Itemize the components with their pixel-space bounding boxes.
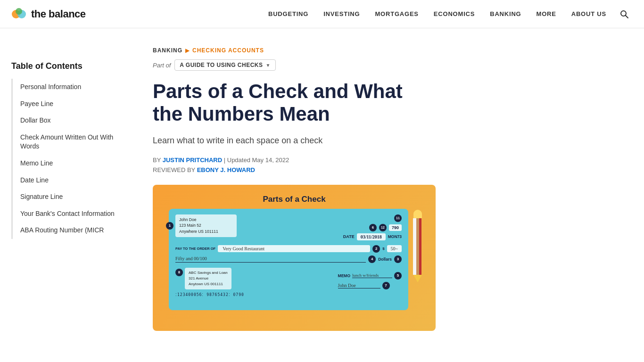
- nav-budgeting[interactable]: BUDGETING: [263, 7, 314, 21]
- reviewed-by: REVIEWED BY EBONY J. HOWARD: [153, 166, 464, 173]
- check-address-city: Anywhere US 101111: [179, 229, 233, 235]
- check-num-6: 6: [369, 224, 377, 231]
- site-name: the balance: [31, 8, 86, 20]
- svg-line-4: [626, 15, 628, 18]
- nav-economics[interactable]: ECONOMICS: [428, 7, 480, 21]
- nav-more[interactable]: MORE: [531, 7, 562, 21]
- pencil-decoration: [413, 210, 422, 292]
- reviewer-link[interactable]: EBONY J. HOWARD: [197, 166, 255, 173]
- nav-mortgages[interactable]: MORTGAGES: [369, 7, 424, 21]
- check-routing-row: ⁚123400056⁚ 98765432⁚ 0790: [175, 293, 402, 297]
- toc-link-bank-contact[interactable]: Your Bank's Contact Information: [20, 209, 119, 219]
- site-logo[interactable]: the balance: [11, 7, 86, 22]
- toc-item-date[interactable]: Date Line: [13, 172, 119, 189]
- check-num-2: 2: [372, 245, 380, 253]
- main-nav: BUDGETING INVESTING MORTGAGES ECONOMICS …: [263, 6, 633, 23]
- check-num-1: 1: [166, 222, 173, 230]
- check-num-7: 7: [382, 282, 390, 289]
- check-num-12: 12: [379, 224, 387, 231]
- check-num-8: 8: [175, 269, 183, 276]
- check-address-box: John Doe 123 Main 52 Anywhere US 101111: [175, 214, 237, 237]
- nav-about-us[interactable]: ABOUT US: [566, 7, 612, 21]
- reviewed-by-label: REVIEWED BY: [153, 166, 195, 173]
- check-num-5: 5: [394, 272, 402, 280]
- breadcrumb-checking[interactable]: CHECKING ACCOUNTS: [192, 47, 264, 54]
- article-title: Parts of a Check and What the Numbers Me…: [153, 80, 436, 126]
- svg-point-2: [16, 8, 22, 15]
- toc-item-amount-words[interactable]: Check Amount Written Out With Words: [13, 129, 119, 155]
- part-of-row: Part of A GUIDE TO USING CHECKS ▼: [153, 59, 464, 71]
- nav-banking[interactable]: BANKING: [484, 7, 527, 21]
- toc-link-personal[interactable]: Personal Information: [20, 82, 119, 92]
- toc-list: Personal Information Payee Line Dollar B…: [11, 79, 119, 239]
- author-link[interactable]: JUSTIN PRITCHARD: [163, 156, 222, 164]
- byline: BY JUSTIN PRITCHARD | Updated May 14, 20…: [153, 156, 464, 164]
- check-sub-number: MON73: [388, 234, 402, 239]
- updated-separator: |: [224, 156, 227, 164]
- check-bank-info: ABC Savings and Loan 321 Avenue Anytown …: [185, 268, 231, 289]
- check-date-value: 03/11/2018: [357, 233, 386, 240]
- toc-link-dollar[interactable]: Dollar Box: [20, 116, 119, 125]
- chevron-down-icon: ▼: [265, 63, 270, 68]
- article-subtitle: Learn what to write in each space on a c…: [153, 134, 464, 147]
- site-header: the balance BUDGETING INVESTING MORTGAGE…: [0, 0, 644, 28]
- toc-link-memo[interactable]: Memo Line: [20, 159, 119, 168]
- part-of-label: Part of: [153, 62, 171, 69]
- toc-item-aba[interactable]: ABA Routing Number (MICR: [13, 222, 119, 239]
- check-bank-city: Anytown US 001111: [189, 281, 228, 287]
- nav-investing[interactable]: INVESTING: [318, 7, 365, 21]
- search-button[interactable]: [616, 6, 633, 23]
- check-num-3: 3: [394, 255, 402, 263]
- check-dollar-sym: $: [382, 247, 384, 251]
- breadcrumb-banking[interactable]: BANKING: [153, 47, 182, 54]
- check-words-value: Fifty and 00/100: [175, 256, 366, 263]
- check-num-11: 11: [394, 214, 402, 222]
- toc-item-memo[interactable]: Memo Line: [13, 155, 119, 172]
- check-body: 1 John Doe 123 Main 52 Anywhere US 10111…: [169, 209, 408, 310]
- toc-item-signature[interactable]: Signature Line: [13, 189, 119, 206]
- part-of-guide-button[interactable]: A GUIDE TO USING CHECKS ▼: [174, 59, 276, 71]
- logo-icon: [11, 7, 26, 22]
- check-dollar-amount: 50~: [387, 245, 402, 252]
- toc-item-payee[interactable]: Payee Line: [13, 96, 119, 113]
- check-address-name: John Doe: [179, 217, 233, 223]
- toc-item-bank-contact[interactable]: Your Bank's Contact Information: [13, 206, 119, 222]
- toc-link-amount-words[interactable]: Check Amount Written Out With Words: [20, 133, 119, 151]
- check-payto-label: PAY TO THE ORDER OF: [175, 247, 215, 251]
- page-container: Table of Contents Personal Information P…: [0, 28, 644, 331]
- toc-link-signature[interactable]: Signature Line: [20, 192, 119, 202]
- toc-item-dollar[interactable]: Dollar Box: [13, 112, 119, 129]
- article-main: BANKING ▶ CHECKING ACCOUNTS Part of A GU…: [134, 47, 464, 331]
- check-payto-value: Very Good Restaurant: [218, 245, 370, 252]
- check-sig-value: John Doe: [338, 283, 380, 288]
- search-icon: [619, 9, 629, 19]
- check-bank-street: 321 Avenue: [189, 276, 228, 281]
- breadcrumb-arrow-icon: ▶: [185, 47, 190, 54]
- updated-date: Updated May 14, 2022: [227, 156, 289, 164]
- check-title: Parts of a Check: [263, 195, 325, 204]
- sidebar: Table of Contents Personal Information P…: [11, 47, 134, 331]
- check-memo-value: lunch w/friends: [352, 273, 392, 278]
- check-number-box: 790: [389, 224, 402, 231]
- toc-item-personal[interactable]: Personal Information: [13, 79, 119, 96]
- part-of-guide-text: A GUIDE TO USING CHECKS: [180, 62, 263, 68]
- toc-link-date[interactable]: Date Line: [20, 176, 119, 185]
- article-image: Parts of a Check 1 John Do: [153, 185, 436, 331]
- by-label: BY: [153, 156, 163, 164]
- check-dollars-label: Dollars: [378, 257, 392, 262]
- check-memo-label: MEMO: [338, 273, 350, 278]
- breadcrumb: BANKING ▶ CHECKING ACCOUNTS: [153, 47, 464, 54]
- toc-title: Table of Contents: [11, 61, 119, 71]
- toc-link-payee[interactable]: Payee Line: [20, 99, 119, 109]
- check-address-street: 123 Main 52: [179, 222, 233, 229]
- check-num-4: 4: [368, 255, 376, 263]
- check-bank-name: ABC Savings and Loan: [189, 270, 228, 276]
- toc-link-aba[interactable]: ABA Routing Number (MICR: [20, 226, 119, 235]
- check-date-label: DATE: [343, 234, 355, 239]
